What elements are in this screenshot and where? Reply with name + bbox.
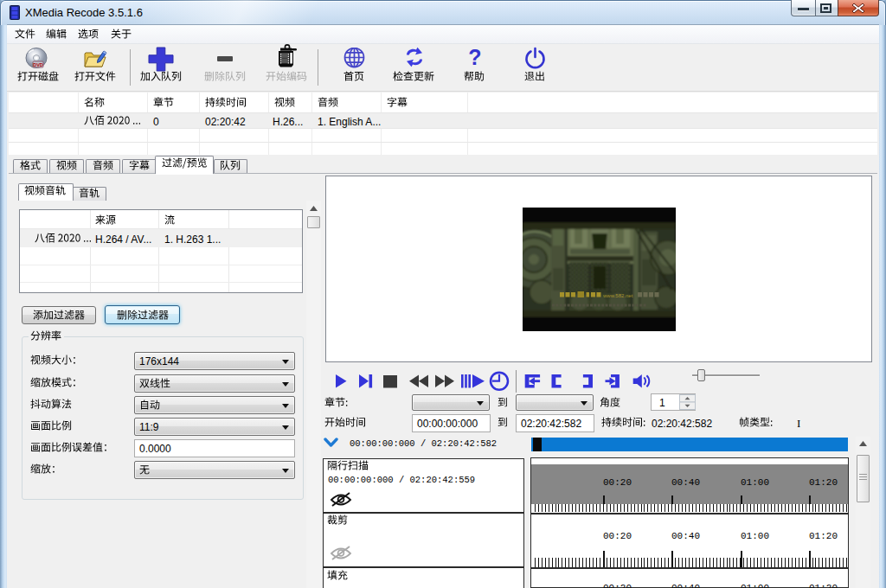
svg-text:www.582.net: www.582.net bbox=[602, 293, 633, 298]
svg-text:DVD: DVD bbox=[33, 62, 43, 67]
